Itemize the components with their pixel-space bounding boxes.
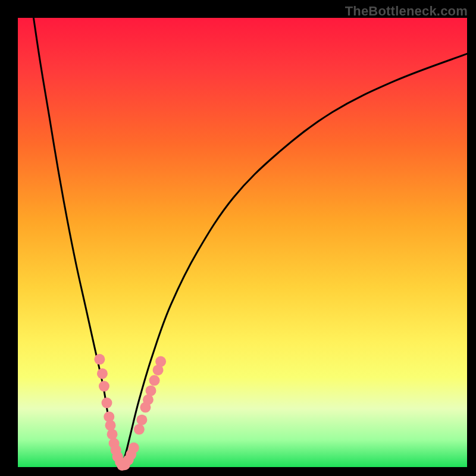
data-marker (99, 381, 109, 392)
data-marker (136, 415, 147, 425)
data-marker (105, 420, 116, 431)
data-marker (101, 397, 112, 408)
chart-svg (0, 0, 476, 476)
data-marker (134, 424, 145, 435)
data-marker (129, 443, 139, 453)
data-marker (97, 368, 108, 379)
data-marker (145, 386, 156, 396)
data-marker (107, 429, 118, 440)
data-marker (155, 356, 166, 367)
chart-frame: TheBottleneck.com (0, 0, 476, 476)
data-marker (149, 375, 160, 386)
data-marker (94, 354, 105, 365)
curve-right-curve (121, 54, 467, 467)
